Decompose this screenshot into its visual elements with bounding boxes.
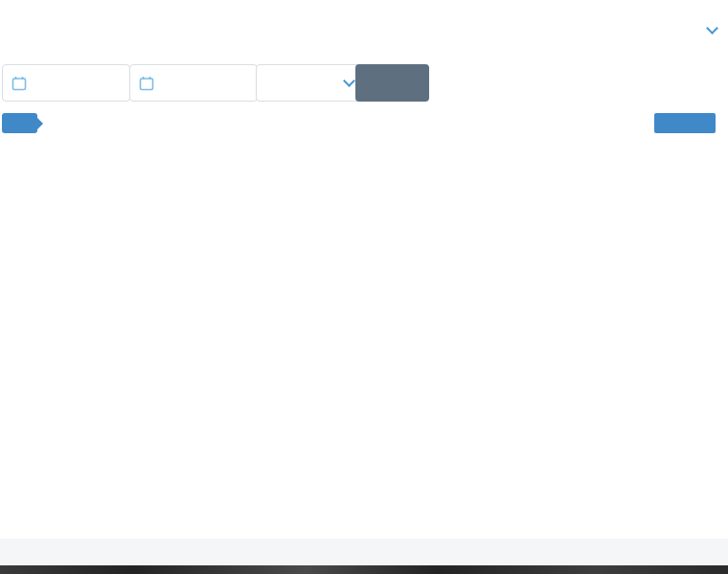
chevron-down-icon xyxy=(343,75,355,87)
x-crosshair-badge xyxy=(654,113,716,133)
performances-unit-link[interactable] xyxy=(702,28,717,33)
bottom-bar xyxy=(0,565,728,574)
calendar-icon xyxy=(11,76,27,91)
legend-band xyxy=(0,539,728,565)
chevron-down-icon xyxy=(706,22,718,34)
date-to-input[interactable] xyxy=(129,64,258,102)
chart-canvas[interactable] xyxy=(0,113,728,516)
performance-chart xyxy=(0,113,728,539)
interval-select[interactable] xyxy=(256,64,368,102)
compare-button[interactable] xyxy=(355,64,429,102)
date-from-input[interactable] xyxy=(2,64,130,102)
portfolio-performance-page xyxy=(0,0,728,574)
comparison-controls xyxy=(0,64,728,104)
badge-arrow-icon xyxy=(37,118,43,129)
calendar-icon xyxy=(139,76,154,91)
y-crosshair-badge xyxy=(2,113,37,133)
